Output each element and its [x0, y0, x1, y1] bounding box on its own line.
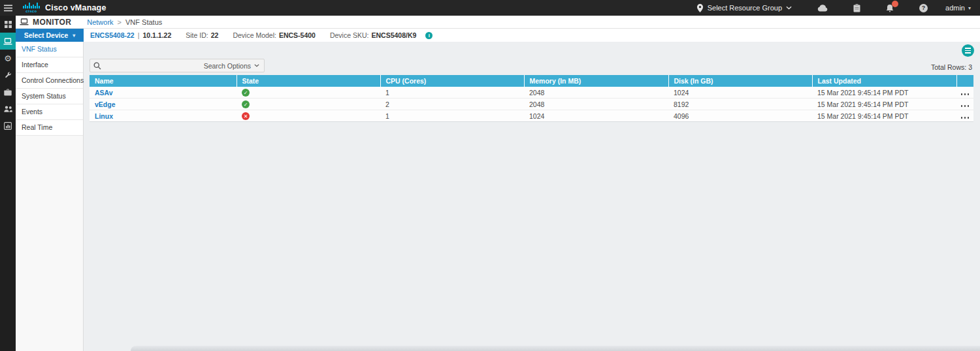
hamburger-menu-icon[interactable]	[0, 0, 16, 16]
column-header-cpu[interactable]: CPU (Cores)	[380, 75, 524, 87]
vnf-name-link[interactable]: Linux	[95, 112, 113, 120]
cell-state: ✕	[237, 110, 380, 122]
cell-last-updated: 15 Mar 2021 9:45:14 PM PDT	[812, 110, 956, 122]
nav-maintenance-icon[interactable]	[0, 84, 16, 100]
sidebar-item-vnf-status[interactable]: VNF Status	[16, 42, 83, 57]
cell-name: vEdge	[90, 99, 237, 110]
cell-actions	[956, 99, 973, 110]
cell-state: ✓	[237, 87, 380, 99]
table-row: ASAv ✓ 1 2048 1024 15 Mar 2021 9:45:14 P…	[90, 87, 973, 99]
column-header-memory[interactable]: Memory (In MB)	[524, 75, 668, 87]
monitor-section-icon	[20, 18, 29, 25]
notifications-bell-icon[interactable]	[886, 4, 894, 12]
nav-administration-icon[interactable]	[0, 100, 16, 117]
user-menu[interactable]: admin ▾	[945, 4, 971, 12]
total-rows: Total Rows: 3	[931, 63, 972, 71]
search-bar: Search Options	[90, 59, 265, 72]
nav-monitor-icon[interactable]	[0, 33, 16, 50]
column-header-actions	[956, 75, 973, 87]
section-title: MONITOR	[33, 18, 71, 27]
row-actions-button[interactable]	[960, 115, 971, 120]
sidebar-item-events[interactable]: Events	[16, 104, 83, 120]
cell-last-updated: 15 Mar 2021 9:45:14 PM PDT	[812, 87, 956, 99]
device-sku-value: ENCS5408/K9	[371, 31, 416, 39]
vnf-name-link[interactable]: vEdge	[95, 100, 116, 108]
cell-state: ✓	[237, 99, 380, 110]
cell-last-updated: 15 Mar 2021 9:45:14 PM PDT	[812, 99, 956, 110]
cell-disk: 4096	[668, 110, 812, 122]
cisco-logo-text: cisco	[25, 9, 37, 13]
row-actions-button[interactable]	[960, 104, 971, 108]
table-row: vEdge ✓ 2 2048 8192 15 Mar 2021 9:45:14 …	[90, 99, 973, 110]
cisco-logo: cisco	[23, 3, 40, 13]
column-header-state[interactable]: State	[237, 75, 380, 87]
notification-badge	[892, 1, 898, 7]
cell-disk: 1024	[668, 87, 812, 99]
breadcrumb-network-link[interactable]: Network	[87, 18, 113, 26]
search-icon	[93, 62, 101, 70]
help-icon[interactable]: ?	[919, 4, 928, 12]
column-header-last-updated[interactable]: Last Updated	[812, 75, 956, 87]
vnf-status-table: Name State CPU (Cores) Memory (In MB) Di…	[90, 75, 973, 122]
monitor-titlebar: MONITOR Network > VNF Status	[16, 16, 980, 29]
cell-actions	[956, 110, 973, 122]
device-model-label: Device Model:	[233, 31, 276, 39]
username: admin	[945, 4, 965, 12]
bottom-page-shadow	[131, 346, 980, 351]
app-title: Cisco vManage	[45, 3, 106, 12]
table-header-row: Name State CPU (Cores) Memory (In MB) Di…	[90, 75, 973, 87]
tasks-clipboard-icon[interactable]	[853, 4, 860, 12]
nav-tools-icon[interactable]	[0, 67, 16, 84]
search-options-dropdown[interactable]: Search Options	[199, 62, 264, 70]
sidebar-item-control-connections[interactable]: Control Connections	[16, 73, 83, 89]
cell-cpu: 1	[380, 110, 524, 122]
site-id-value: 22	[211, 31, 219, 39]
vnf-name-link[interactable]: ASAv	[95, 89, 113, 97]
info-icon[interactable]: i	[425, 32, 433, 39]
cell-cpu: 1	[380, 87, 524, 99]
nav-analytics-icon[interactable]	[0, 117, 16, 134]
device-info-bar: Select Device ▾ ENCS5408-22 | 10.1.1.22 …	[16, 29, 980, 42]
breadcrumb-current: VNF Status	[125, 18, 162, 26]
column-header-name[interactable]: Name	[90, 75, 237, 87]
vmanage-app: cisco Cisco vManage Select Resource Grou…	[0, 0, 980, 351]
device-name-link[interactable]: ENCS5408-22	[90, 31, 135, 39]
cell-actions	[956, 87, 973, 99]
column-header-disk[interactable]: Disk (In GB)	[668, 75, 812, 87]
top-header: cisco Cisco vManage Select Resource Grou…	[0, 0, 980, 16]
secondary-sidebar: VNF Status Interface Control Connections…	[16, 42, 84, 351]
left-nav-rail: ⚙	[0, 16, 16, 351]
search-input[interactable]	[105, 61, 199, 70]
resource-group-selector[interactable]: Select Resource Group	[696, 4, 792, 12]
select-device-label: Select Device	[24, 31, 69, 39]
device-model-value: ENCS-5400	[279, 31, 316, 39]
select-device-button[interactable]: Select Device ▾	[16, 29, 84, 42]
cell-name: Linux	[90, 110, 237, 122]
chevron-down-icon	[786, 6, 792, 10]
cloud-icon[interactable]	[817, 5, 828, 12]
cell-memory: 2048	[524, 99, 668, 110]
breadcrumb: Network > VNF Status	[87, 18, 162, 26]
search-options-label: Search Options	[204, 62, 251, 70]
cell-memory: 2048	[524, 87, 668, 99]
site-id-label: Site ID:	[186, 31, 208, 39]
total-rows-label: Total Rows:	[931, 63, 966, 71]
resource-group-label: Select Resource Group	[708, 4, 782, 12]
status-icon: ✕	[242, 112, 250, 120]
nav-configuration-icon[interactable]: ⚙	[0, 50, 16, 67]
sidebar-item-real-time[interactable]: Real Time	[16, 120, 83, 136]
cell-disk: 8192	[668, 99, 812, 110]
breadcrumb-separator: >	[118, 18, 122, 26]
row-actions-button[interactable]	[960, 92, 971, 97]
status-icon: ✓	[242, 100, 250, 108]
cell-memory: 1024	[524, 110, 668, 122]
nav-dashboard-icon[interactable]	[0, 16, 16, 33]
sidebar-item-interface[interactable]: Interface	[16, 57, 83, 73]
location-pin-icon	[696, 4, 704, 12]
caret-down-icon: ▾	[968, 5, 971, 11]
sidebar-item-system-status[interactable]: System Status	[16, 89, 83, 104]
chevron-down-icon	[254, 64, 259, 67]
device-sku-label: Device SKU:	[330, 31, 369, 39]
cell-cpu: 2	[380, 99, 524, 110]
table-menu-button[interactable]	[962, 44, 974, 57]
